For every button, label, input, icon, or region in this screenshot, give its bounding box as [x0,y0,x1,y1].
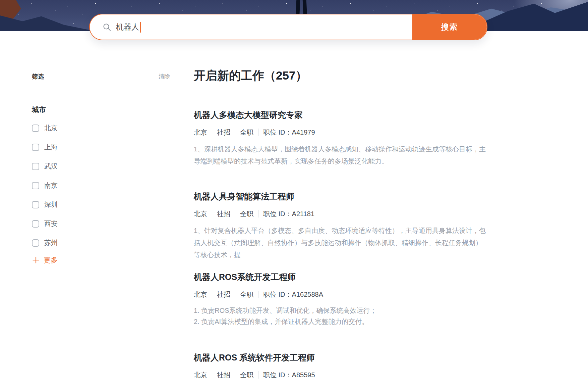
job-meta: 北京 社招 全职 职位 ID：A21181 [194,210,486,217]
job-employment-type: 全职 [235,291,258,298]
city-filter-list: 北京 上海 武汉 南京 深圳 西安 苏州 [32,118,170,252]
city-option-suzhou[interactable]: 苏州 [32,233,170,252]
job-title-link[interactable]: 机器人多模态大模型研究专家 [194,109,486,120]
job-recruit-type: 社招 [212,371,235,379]
job-employment-type: 全职 [235,210,258,217]
page-title: 开启新的工作（257） [194,67,486,84]
more-cities-button[interactable]: 更多 [32,255,170,265]
checkbox-icon[interactable] [32,144,39,151]
search-button[interactable]: 搜索 [412,14,487,40]
job-meta: 北京 社招 全职 职位 ID：A162588A [194,291,486,298]
clear-filters-button[interactable]: 清除 [159,72,170,81]
job-card: 机器人ROS系统开发工程师 北京 社招 全职 职位 ID：A162588A 1.… [194,271,486,327]
job-id: 职位 ID：A162588A [258,291,328,298]
checkbox-icon[interactable] [32,201,39,208]
city-option-beijing[interactable]: 北京 [32,118,170,138]
job-card: 机器人多模态大模型研究专家 北京 社招 全职 职位 ID：A41979 1、深耕… [194,109,486,167]
job-location: 北京 [194,210,212,217]
job-employment-type: 全职 [235,371,258,379]
job-title-link[interactable]: 机器人ROS系统开发工程师 [194,271,486,283]
checkbox-icon[interactable] [32,220,39,228]
job-recruit-type: 社招 [212,210,235,217]
city-option-shanghai[interactable]: 上海 [32,138,170,157]
more-label: 更多 [44,255,58,265]
job-id: 职位 ID：A85595 [258,371,320,379]
job-card: 机器人ROS 系统软件开发工程师 北京 社招 全职 职位 ID：A85595 [194,352,486,379]
text-cursor [140,22,141,33]
sidebar-divider [32,89,170,89]
plus-icon [33,257,39,263]
checkbox-icon[interactable] [32,182,39,189]
job-id: 职位 ID：A41979 [258,129,320,136]
search-bar: 机器人 搜索 [89,14,487,40]
city-option-wuhan[interactable]: 武汉 [32,157,170,176]
search-input[interactable]: 机器人 [90,14,412,40]
job-title-link[interactable]: 机器人具身智能算法工程师 [194,191,486,202]
job-recruit-type: 社招 [212,291,235,298]
job-recruit-type: 社招 [212,129,235,136]
checkbox-icon[interactable] [32,239,39,247]
city-option-shenzhen[interactable]: 深圳 [32,195,170,214]
job-location: 北京 [194,129,212,136]
checkbox-icon[interactable] [32,125,39,132]
job-card: 机器人具身智能算法工程师 北京 社招 全职 职位 ID：A21181 1、针对复… [194,191,486,261]
content-divider [187,64,187,389]
job-description: 1. 负责ROS系统功能开发、调试和优化，确保系统高效运行； 2. 负责AI算法… [194,305,486,327]
city-section-title: 城市 [32,105,170,115]
job-results-panel: 开启新的工作（257） 机器人多模态大模型研究专家 北京 社招 全职 职位 ID… [194,67,486,389]
filter-sidebar: 筛选 清除 城市 北京 上海 武汉 南京 深圳 西安 苏 [32,72,170,265]
search-icon [103,23,111,32]
filter-title: 筛选 [32,72,44,81]
job-description: 1、深耕机器人多模态大模型，围绕着机器人多模态感知、移动操作和运动轨迹生成等核心… [194,143,486,167]
search-query-text: 机器人 [116,22,139,32]
job-employment-type: 全职 [235,129,258,136]
job-description: 1、针对复合机器人平台（多模态、多自由度、动态环境适应等特性），主导通用具身算法… [194,225,486,261]
job-id: 职位 ID：A21181 [258,210,319,217]
city-option-xian[interactable]: 西安 [32,214,170,233]
checkbox-icon[interactable] [32,163,39,170]
job-location: 北京 [194,371,212,379]
job-meta: 北京 社招 全职 职位 ID：A41979 [194,129,486,136]
job-meta: 北京 社招 全职 职位 ID：A85595 [194,371,486,379]
job-location: 北京 [194,291,212,298]
city-option-nanjing[interactable]: 南京 [32,176,170,195]
job-title-link[interactable]: 机器人ROS 系统软件开发工程师 [194,352,486,363]
